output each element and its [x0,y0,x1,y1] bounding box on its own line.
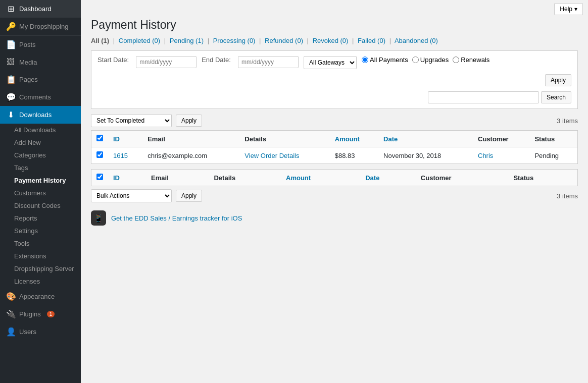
row-id: 1615 [108,147,142,164]
plugins-badge: 1 [47,311,55,317]
end-date-input[interactable] [238,56,299,68]
sidebar-sub-licenses[interactable]: Licenses [0,275,81,288]
payment-type-group: All Payments Upgrades Renewals [362,56,489,64]
filter-apply-button[interactable]: Apply [545,74,571,86]
sidebar-item-downloads[interactable]: ⬇ Downloads [0,106,81,124]
ios-promo: 📱 Get the EDD Sales / Earnings tracker f… [91,210,578,226]
col-customer: Customer [473,131,529,147]
tab-revoked[interactable]: Revoked (0) [313,37,349,44]
sidebar-sub-add-new[interactable]: Add New [0,136,81,149]
view-order-details-link[interactable]: View Order Details [244,152,299,159]
sidebar-sub-dropshipping-server[interactable]: Dropshipping Server [0,262,81,275]
start-date-label: Start Date: [97,56,129,64]
top-bulk-apply-button[interactable]: Apply [176,115,202,127]
bottom-bulk-apply-button[interactable]: Apply [176,190,202,202]
tab-refunded[interactable]: Refunded (0) [265,37,303,44]
start-date-input[interactable] [136,56,197,68]
sidebar-sub-tags[interactable]: Tags [0,161,81,174]
sidebar-label-media: Media [19,59,37,66]
posts-icon: 📄 [6,40,15,49]
bottom-bulk-select[interactable]: Bulk Actions [91,189,172,202]
select-all-col-bottom [91,170,109,186]
sidebar-item-appearance[interactable]: 🎨 Appearance [0,288,81,305]
row-email: chris@example.com [142,147,239,164]
sidebar-sub-all-downloads[interactable]: All Downloads [0,124,81,136]
row-amount: $88.83 [330,147,378,164]
sidebar-label-dashboard: Dashboard [19,5,52,13]
sidebar-label-users: Users [19,328,36,336]
plugins-icon: 🔌 [6,309,15,319]
select-all-checkbox[interactable] [96,135,103,141]
col-id-bottom[interactable]: ID [108,170,146,186]
phone-icon: 📱 [93,213,104,223]
row-id-link[interactable]: 1615 [113,152,128,159]
row-customer-link[interactable]: Chris [478,152,493,159]
sidebar-item-dashboard[interactable]: ⊞ Dashboard [0,0,81,18]
top-bulk-select[interactable]: Set To Completed [91,114,172,127]
col-date[interactable]: Date [378,131,473,147]
tab-abandoned[interactable]: Abandoned (0) [395,37,438,44]
sidebar-sub-reports[interactable]: Reports [0,212,81,225]
pages-icon: 📋 [6,75,15,84]
search-button[interactable]: Search [541,91,571,103]
sidebar-label-plugins: Plugins [19,310,41,318]
sidebar-item-plugins[interactable]: 🔌 Plugins 1 [0,305,81,323]
sidebar-sub-categories[interactable]: Categories [0,149,81,161]
row-checkbox[interactable] [96,151,103,158]
all-payments-radio-input[interactable] [362,57,368,63]
sidebar-label-pages: Pages [19,76,38,83]
col-status: Status [529,131,577,147]
search-input[interactable] [428,91,539,103]
col-email-bottom: Email [146,170,209,186]
col-date-bottom[interactable]: Date [360,170,416,186]
col-email: Email [142,131,239,147]
sidebar-item-comments[interactable]: 💬 Comments [0,88,81,106]
help-button[interactable]: Help ▾ [554,3,583,15]
table-row: 1615 chris@example.com View Order Detail… [91,147,578,164]
renewals-label: Renewals [461,56,489,64]
tab-completed[interactable]: Completed (0) [119,37,160,44]
sidebar-section-main: 📄 Posts 🖼 Media 📋 Pages 💬 Comments ⬇ Dow… [0,35,81,341]
tab-failed[interactable]: Failed (0) [358,37,385,44]
col-id[interactable]: ID [108,131,142,147]
sidebar-sub-payment-history[interactable]: Payment History [0,174,81,187]
select-all-checkbox-bottom[interactable] [96,174,103,180]
all-payments-label: All Payments [370,56,408,64]
appearance-icon: 🎨 [6,292,15,301]
sidebar-sub-tools[interactable]: Tools [0,237,81,250]
sidebar-sub-customers[interactable]: Customers [0,187,81,199]
end-date-label: End Date: [202,56,231,64]
gateway-select[interactable]: All Gateways [304,56,357,69]
downloads-submenu: All Downloads Add New Categories Tags Pa… [0,124,81,288]
ios-promo-link[interactable]: Get the EDD Sales / Earnings tracker for… [111,214,242,222]
upgrades-label: Upgrades [420,56,449,64]
sidebar-label-my-dropshipping: My Dropshipping [19,23,69,30]
col-amount[interactable]: Amount [330,131,378,147]
sidebar-sub-extensions[interactable]: Extensions [0,250,81,262]
table-header-row: ID Email Details Amount Date Customer St… [91,131,578,147]
sidebar-item-posts[interactable]: 📄 Posts [0,36,81,53]
sidebar-item-my-dropshipping[interactable]: 🔑 My Dropshipping [0,18,81,35]
tab-processing[interactable]: Processing (0) [213,37,256,44]
sidebar-item-users[interactable]: 👤 Users [0,323,81,341]
renewals-radio-input[interactable] [453,57,459,63]
tab-pending[interactable]: Pending (1) [170,37,204,44]
sidebar-item-media[interactable]: 🖼 Media [0,53,81,71]
tab-all[interactable]: All (1) [91,37,109,44]
upgrades-radio-input[interactable] [412,57,419,63]
sidebar-sub-discount-codes[interactable]: Discount Codes [0,199,81,212]
sidebar-sub-settings[interactable]: Settings [0,225,81,237]
col-amount-bottom[interactable]: Amount [281,170,360,186]
upgrades-radio[interactable]: Upgrades [412,56,449,64]
bottom-items-count: 3 items [557,192,578,200]
users-icon: 👤 [6,327,15,337]
row-customer: Chris [473,147,529,164]
col-status-bottom: Status [508,170,577,186]
renewals-radio[interactable]: Renewals [453,56,489,64]
help-label: Help [560,6,572,13]
sidebar-item-pages[interactable]: 📋 Pages [0,71,81,88]
col-customer-bottom: Customer [416,170,509,186]
help-bar: Help ▾ [81,0,588,18]
top-bulk-bar: Set To Completed Apply 3 items [91,114,578,127]
all-payments-radio[interactable]: All Payments [362,56,408,64]
